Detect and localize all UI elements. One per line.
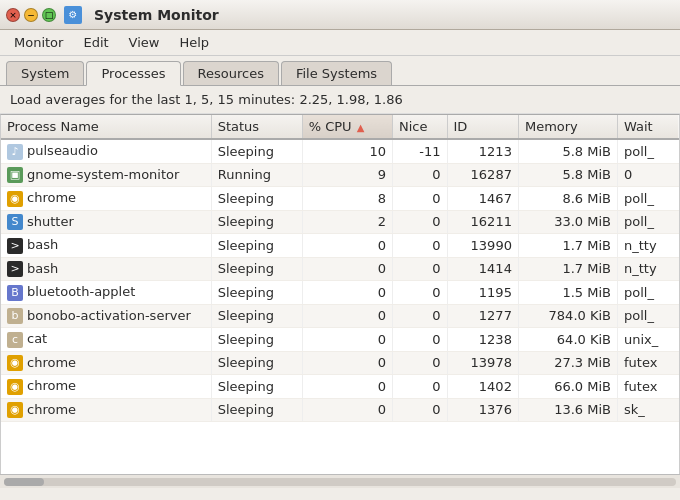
table-row[interactable]: ◉chromeSleeping001397827.3 MiBfutex <box>1 351 679 375</box>
col-name[interactable]: Process Name <box>1 115 211 139</box>
table-row[interactable]: >bashSleeping00139901.7 MiBn_tty <box>1 234 679 258</box>
proc-id: 16287 <box>447 163 518 187</box>
proc-nice: 0 <box>393 351 448 375</box>
table-row[interactable]: Bbluetooth-appletSleeping0011951.5 MiBpo… <box>1 281 679 305</box>
proc-icon: S <box>7 214 23 230</box>
table-row[interactable]: ◉chromeSleeping00137613.6 MiBsk_ <box>1 398 679 422</box>
tab-resources[interactable]: Resources <box>183 61 279 85</box>
proc-icon: ♪ <box>7 144 23 160</box>
proc-id: 1238 <box>447 328 518 352</box>
col-wait[interactable]: Wait <box>617 115 679 139</box>
proc-memory: 8.6 MiB <box>518 187 617 211</box>
proc-cpu: 0 <box>302 375 392 399</box>
proc-name: shutter <box>27 214 74 229</box>
col-status[interactable]: Status <box>211 115 302 139</box>
proc-id: 1402 <box>447 375 518 399</box>
proc-id: 13990 <box>447 234 518 258</box>
col-memory[interactable]: Memory <box>518 115 617 139</box>
horizontal-scrollbar[interactable] <box>0 474 680 488</box>
proc-name: bash <box>27 237 58 252</box>
proc-wait: futex <box>617 351 679 375</box>
proc-name-cell: bbonobo-activation-server <box>1 304 211 328</box>
proc-icon: > <box>7 238 23 254</box>
tabbar: System Processes Resources File Systems <box>0 56 680 86</box>
proc-icon: c <box>7 332 23 348</box>
table-row[interactable]: bbonobo-activation-serverSleeping0012777… <box>1 304 679 328</box>
proc-memory: 784.0 KiB <box>518 304 617 328</box>
proc-wait: n_tty <box>617 257 679 281</box>
proc-wait: poll_ <box>617 187 679 211</box>
proc-name: cat <box>27 331 47 346</box>
proc-icon: B <box>7 285 23 301</box>
menu-edit[interactable]: Edit <box>73 33 118 52</box>
proc-name-cell: ◉chrome <box>1 375 211 399</box>
proc-name-cell: ♪pulseaudio <box>1 139 211 163</box>
proc-icon: ◉ <box>7 402 23 418</box>
app-icon: ⚙ <box>64 6 82 24</box>
proc-name: chrome <box>27 378 76 393</box>
scrollbar-track[interactable] <box>4 478 676 486</box>
proc-wait: 0 <box>617 163 679 187</box>
proc-cpu: 0 <box>302 257 392 281</box>
proc-memory: 1.5 MiB <box>518 281 617 305</box>
col-cpu[interactable]: % CPU ▲ <box>302 115 392 139</box>
scrollbar-thumb[interactable] <box>4 478 44 486</box>
proc-status: Sleeping <box>211 398 302 422</box>
proc-id: 1376 <box>447 398 518 422</box>
proc-name: chrome <box>27 355 76 370</box>
proc-status: Sleeping <box>211 328 302 352</box>
table-row[interactable]: ccatSleeping00123864.0 KiBunix_ <box>1 328 679 352</box>
table-row[interactable]: ♪pulseaudioSleeping10-1112135.8 MiBpoll_ <box>1 139 679 163</box>
proc-id: 1277 <box>447 304 518 328</box>
proc-cpu: 0 <box>302 351 392 375</box>
col-nice[interactable]: Nice <box>393 115 448 139</box>
proc-status: Sleeping <box>211 234 302 258</box>
proc-name: bash <box>27 261 58 276</box>
proc-icon: b <box>7 308 23 324</box>
menu-monitor[interactable]: Monitor <box>4 33 73 52</box>
table-row[interactable]: >bashSleeping0014141.7 MiBn_tty <box>1 257 679 281</box>
table-row[interactable]: ◉chromeSleeping8014678.6 MiBpoll_ <box>1 187 679 211</box>
proc-status: Sleeping <box>211 375 302 399</box>
proc-nice: 0 <box>393 281 448 305</box>
proc-name: bonobo-activation-server <box>27 308 191 323</box>
proc-icon: > <box>7 261 23 277</box>
proc-nice: 0 <box>393 163 448 187</box>
proc-status: Sleeping <box>211 257 302 281</box>
proc-name-cell: ◉chrome <box>1 398 211 422</box>
minimize-button[interactable]: − <box>24 8 38 22</box>
proc-memory: 1.7 MiB <box>518 234 617 258</box>
proc-id: 1467 <box>447 187 518 211</box>
proc-nice: 0 <box>393 304 448 328</box>
proc-id: 1414 <box>447 257 518 281</box>
proc-cpu: 0 <box>302 398 392 422</box>
process-table-container[interactable]: Process Name Status % CPU ▲ Nice ID Memo… <box>0 114 680 474</box>
menu-view[interactable]: View <box>119 33 170 52</box>
proc-cpu: 0 <box>302 281 392 305</box>
proc-id: 1213 <box>447 139 518 163</box>
maximize-button[interactable]: □ <box>42 8 56 22</box>
proc-cpu: 9 <box>302 163 392 187</box>
tab-filesystems[interactable]: File Systems <box>281 61 392 85</box>
proc-status: Running <box>211 163 302 187</box>
proc-icon: ▣ <box>7 167 23 183</box>
table-row[interactable]: ◉chromeSleeping00140266.0 MiBfutex <box>1 375 679 399</box>
proc-nice: 0 <box>393 187 448 211</box>
menu-help[interactable]: Help <box>169 33 219 52</box>
table-row[interactable]: SshutterSleeping201621133.0 MiBpoll_ <box>1 210 679 234</box>
proc-cpu: 0 <box>302 234 392 258</box>
proc-nice: 0 <box>393 375 448 399</box>
proc-name-cell: ◉chrome <box>1 187 211 211</box>
tab-processes[interactable]: Processes <box>86 61 180 86</box>
table-row[interactable]: ▣gnome-system-monitorRunning90162875.8 M… <box>1 163 679 187</box>
proc-cpu: 8 <box>302 187 392 211</box>
proc-memory: 13.6 MiB <box>518 398 617 422</box>
tab-system[interactable]: System <box>6 61 84 85</box>
col-id[interactable]: ID <box>447 115 518 139</box>
proc-memory: 64.0 KiB <box>518 328 617 352</box>
proc-wait: poll_ <box>617 210 679 234</box>
proc-nice: 0 <box>393 328 448 352</box>
proc-id: 1195 <box>447 281 518 305</box>
close-button[interactable]: × <box>6 8 20 22</box>
proc-nice: 0 <box>393 210 448 234</box>
